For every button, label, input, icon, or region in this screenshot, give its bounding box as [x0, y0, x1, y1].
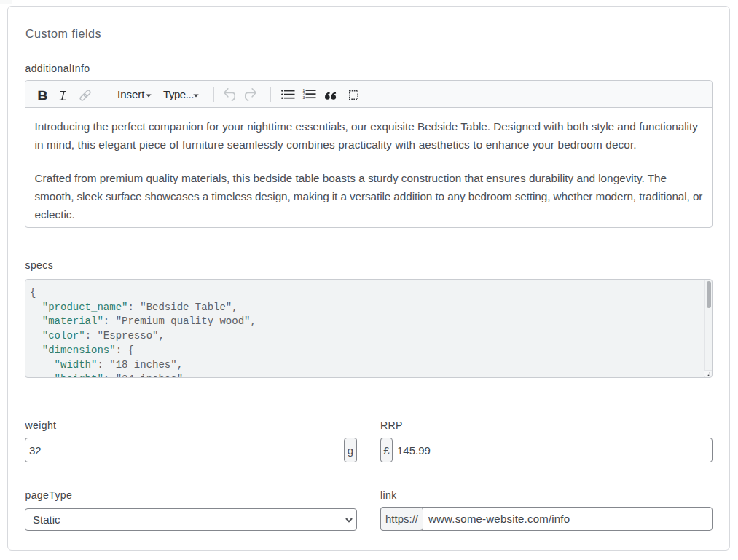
svg-text:3: 3: [302, 95, 305, 99]
